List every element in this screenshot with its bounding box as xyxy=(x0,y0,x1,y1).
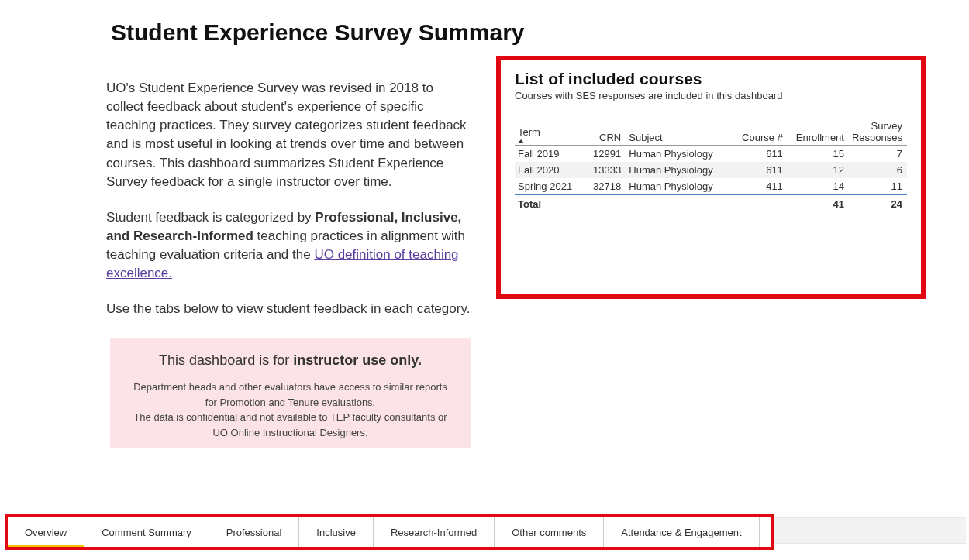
col-responses[interactable]: Survey Responses xyxy=(849,117,907,146)
intro-paragraph-3: Use the tabs below to view student feedb… xyxy=(106,300,472,318)
instructor-notice: This dashboard is for instructor use onl… xyxy=(110,338,471,448)
tab-research-informed[interactable]: Research-Informed xyxy=(374,517,495,547)
cell-crn: 32718 xyxy=(581,178,626,195)
cell-term: Fall 2020 xyxy=(515,162,581,178)
cell-enrollment: 14 xyxy=(788,178,849,195)
page-title: Student Experience Survey Summary xyxy=(111,19,525,46)
cell-course: 611 xyxy=(735,162,788,178)
intro-paragraph-1: UO's Student Experience Survey was revis… xyxy=(106,79,472,191)
tab-attendance-engagement[interactable]: Attendance & Engagement xyxy=(604,517,759,547)
notice-title-bold: instructor use only. xyxy=(293,352,422,368)
tab-bar-extension xyxy=(774,517,966,544)
sort-asc-icon xyxy=(518,139,524,143)
notice-title-pre: This dashboard is for xyxy=(159,352,293,368)
cell-course: 411 xyxy=(735,178,788,195)
tab-overview[interactable]: Overview xyxy=(8,517,84,547)
cell-subject: Human Physiology xyxy=(626,146,735,163)
col-term-label: Term xyxy=(518,126,540,138)
courses-table: Term CRN Subject Course # Enrollment Sur… xyxy=(515,117,907,212)
tabs-container: OverviewComment SummaryProfessionalInclu… xyxy=(5,514,774,550)
intro-p2-pre: Student feedback is categorized by xyxy=(106,210,315,225)
courses-panel-subtitle: Courses with SES responses are included … xyxy=(515,90,907,101)
cell-term: Spring 2021 xyxy=(515,178,581,195)
col-crn[interactable]: CRN xyxy=(581,117,626,146)
table-header-row: Term CRN Subject Course # Enrollment Sur… xyxy=(515,117,907,146)
tab-comment-summary[interactable]: Comment Summary xyxy=(84,517,209,547)
notice-title: This dashboard is for instructor use onl… xyxy=(129,352,452,369)
intro-paragraph-2: Student feedback is categorized by Profe… xyxy=(106,208,472,283)
cell-enrollment: 12 xyxy=(788,162,849,178)
total-responses: 24 xyxy=(849,195,907,213)
cell-crn: 13333 xyxy=(581,162,626,178)
cell-term: Fall 2019 xyxy=(515,146,581,163)
cell-subject: Human Physiology xyxy=(626,178,735,195)
col-enrollment[interactable]: Enrollment xyxy=(788,117,849,146)
tab-professional[interactable]: Professional xyxy=(209,517,300,547)
col-subject[interactable]: Subject xyxy=(626,117,735,146)
total-label: Total xyxy=(515,195,581,213)
total-enrollment: 41 xyxy=(788,195,849,213)
cell-enrollment: 15 xyxy=(788,146,849,163)
col-term[interactable]: Term xyxy=(515,117,581,146)
notice-line-2: The data is confidential and not availab… xyxy=(133,411,447,438)
table-total-row: Total 41 24 xyxy=(515,195,907,213)
tab-other-comments[interactable]: Other comments xyxy=(495,517,604,547)
cell-responses: 6 xyxy=(849,162,907,178)
cell-responses: 7 xyxy=(849,146,907,163)
tab-inclusive[interactable]: Inclusive xyxy=(299,517,374,547)
table-row: Fall 2019 12991 Human Physiology 611 15 … xyxy=(515,146,907,163)
col-course-no[interactable]: Course # xyxy=(735,117,788,146)
intro-text-block: UO's Student Experience Survey was revis… xyxy=(106,79,472,335)
cell-course: 611 xyxy=(735,146,788,163)
cell-subject: Human Physiology xyxy=(626,162,735,178)
cell-responses: 11 xyxy=(849,178,907,195)
notice-line-1: Department heads and other evaluators ha… xyxy=(133,381,447,408)
included-courses-panel: List of included courses Courses with SE… xyxy=(496,56,926,299)
courses-panel-title: List of included courses xyxy=(515,70,907,88)
table-row: Spring 2021 32718 Human Physiology 411 1… xyxy=(515,178,907,195)
cell-crn: 12991 xyxy=(581,146,626,163)
table-row: Fall 2020 13333 Human Physiology 611 12 … xyxy=(515,162,907,178)
notice-body: Department heads and other evaluators ha… xyxy=(129,380,452,440)
